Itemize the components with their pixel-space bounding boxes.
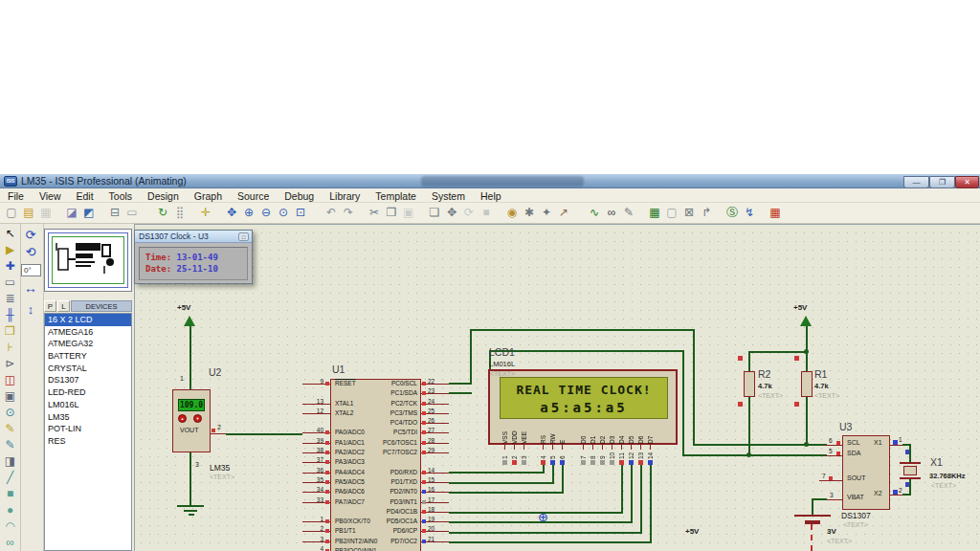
menu-library[interactable]: Library [322,189,368,204]
popup-title-bar[interactable]: DS1307 Clock - U3 [135,231,252,243]
circle-2d-tool[interactable]: ● [0,502,20,518]
mirror-vertical-icon[interactable]: ↕ [22,302,39,318]
zoom-area-button[interactable]: ⊡ [292,205,309,222]
crystal-component[interactable] [903,466,917,475]
voltage-probe-tool[interactable]: ✎ [0,421,20,437]
export-section-button[interactable]: ◩ [80,205,98,222]
decompose-button[interactable]: ↗ [555,205,572,222]
pick-device-button[interactable]: ◉ [503,205,521,222]
current-probe-tool[interactable]: ✎ [0,437,20,453]
property-assignment-button[interactable]: ✎ [620,205,637,222]
lm35-decrease-button[interactable]: ▼ [193,414,202,423]
subcircuit-tool[interactable]: ❐ [0,323,20,340]
box-2d-tool[interactable]: ■ [0,486,20,502]
graph-mode-tool[interactable]: ◫ [0,372,20,388]
selection-pointer-tool[interactable]: ↖ [0,226,20,242]
menu-graph[interactable]: Graph [187,189,230,204]
new-sheet-button[interactable]: ▢ [663,205,680,222]
generator-tool[interactable]: ⊙ [0,405,20,421]
rotate-clockwise-icon[interactable]: ⟳ [22,228,39,243]
make-device-button[interactable]: ✱ [521,205,538,222]
library-button[interactable]: L [57,300,70,312]
line-2d-tool[interactable]: ╱ [0,470,20,486]
pan-button[interactable]: ✥ [223,205,240,222]
menu-design[interactable]: Design [140,189,187,204]
device-pot-lin[interactable]: POT-LIN [45,423,131,435]
search-tag-button[interactable]: ∞ [603,205,620,222]
bus-tool[interactable]: ╫ [0,307,20,323]
rotation-angle-field[interactable]: 0° [21,264,41,276]
device-res[interactable]: RES [45,435,131,448]
goto-sheet-button[interactable]: ↱ [698,205,715,222]
path-2d-tool[interactable]: ∞ [0,535,20,551]
device-16x2-lcd[interactable]: 16 X 2 LCD [45,314,131,326]
menu-debug[interactable]: Debug [277,189,322,204]
print-area-button[interactable]: ▭ [123,205,141,222]
print-button[interactable]: ⊟ [106,205,123,222]
virtual-instrument-tool[interactable]: ◨ [0,453,20,470]
device-atmega32[interactable]: ATMEGA32 [45,338,131,350]
paste-button[interactable]: ▣ [400,205,417,222]
menu-source[interactable]: Source [230,189,277,204]
block-copy-button[interactable]: ❏ [426,205,443,222]
tape-recorder-tool[interactable]: ▣ [0,388,20,405]
minimize-button[interactable]: — [903,176,929,188]
device-pin-tool[interactable]: ⊳ [0,356,20,372]
popup-collapse-button[interactable]: □ [238,232,249,241]
device-ds1307[interactable]: DS1307 [45,374,131,386]
close-button[interactable]: ✕ [955,176,979,188]
device-atmega16[interactable]: ATMEGA16 [45,326,131,339]
toggle-grid-button[interactable]: ⣿ [171,205,189,222]
pick-parts-button[interactable]: P [44,300,56,312]
device-crystal[interactable]: CRYSTAL [45,363,131,375]
zoom-all-button[interactable]: ⊙ [275,205,292,222]
block-delete-button[interactable]: ■ [478,205,495,222]
device-lm35[interactable]: LM35 [45,411,131,424]
open-folder-button[interactable]: ▤ [20,205,37,222]
undo-button[interactable]: ↶ [323,205,340,222]
import-section-button[interactable]: ◪ [63,205,80,222]
menu-template[interactable]: Template [368,189,424,204]
design-explorer-button[interactable]: ▦ [646,205,663,222]
rotate-anticlockwise-icon[interactable]: ⟲ [22,245,39,260]
remove-sheet-button[interactable]: ⊠ [680,205,698,222]
zoom-out-button[interactable]: ⊖ [257,205,275,222]
menu-system[interactable]: System [424,189,473,204]
wire-autorouter-button[interactable]: ∿ [586,205,603,222]
wire-label-tool[interactable]: ▭ [0,275,20,291]
device-battery[interactable]: BATTERY [45,350,131,363]
mirror-horizontal-icon[interactable]: ↔ [22,281,39,297]
menu-tools[interactable]: Tools [101,189,141,204]
netlist-to-ares-button[interactable]: ▦ [767,205,784,222]
menu-file[interactable]: File [0,189,32,204]
menu-view[interactable]: View [32,189,69,204]
lm35-increase-button[interactable]: ▲ [178,414,187,423]
copy-button[interactable]: ❐ [383,205,400,222]
text-script-tool[interactable]: ≣ [0,291,20,307]
device-led-red[interactable]: LED-RED [45,386,131,399]
redraw-button[interactable]: ↻ [154,205,171,222]
bill-of-materials-button[interactable]: Ⓢ [724,205,741,222]
menu-help[interactable]: Help [473,189,509,204]
terminal-tool[interactable]: ⊦ [0,340,20,356]
component-mode-tool[interactable]: ▶ [0,242,20,258]
junction-dot-tool[interactable]: ✚ [0,258,20,275]
resistor-r1[interactable] [801,371,813,397]
power-terminal-icon[interactable] [184,316,195,326]
menu-edit[interactable]: Edit [69,189,101,204]
power-terminal-icon[interactable] [800,316,812,326]
block-rotate-button[interactable]: ⟳ [460,205,478,222]
device-lm016l[interactable]: LM016L [45,399,131,411]
maximize-button[interactable]: ❐ [929,176,955,188]
new-file-button[interactable]: ▢ [3,205,20,222]
packaging-tool-button[interactable]: ✦ [538,205,555,222]
block-move-button[interactable]: ✥ [443,205,460,222]
electrical-check-button[interactable]: ↯ [741,205,758,222]
origin-button[interactable]: ✛ [197,205,214,222]
redo-button[interactable]: ↷ [340,205,357,222]
zoom-in-button[interactable]: ⊕ [240,205,257,222]
cut-button[interactable]: ✂ [366,205,383,222]
arc-2d-tool[interactable]: ◠ [0,518,20,535]
resistor-r2[interactable] [744,371,755,397]
save-button[interactable]: ▦ [37,205,55,222]
